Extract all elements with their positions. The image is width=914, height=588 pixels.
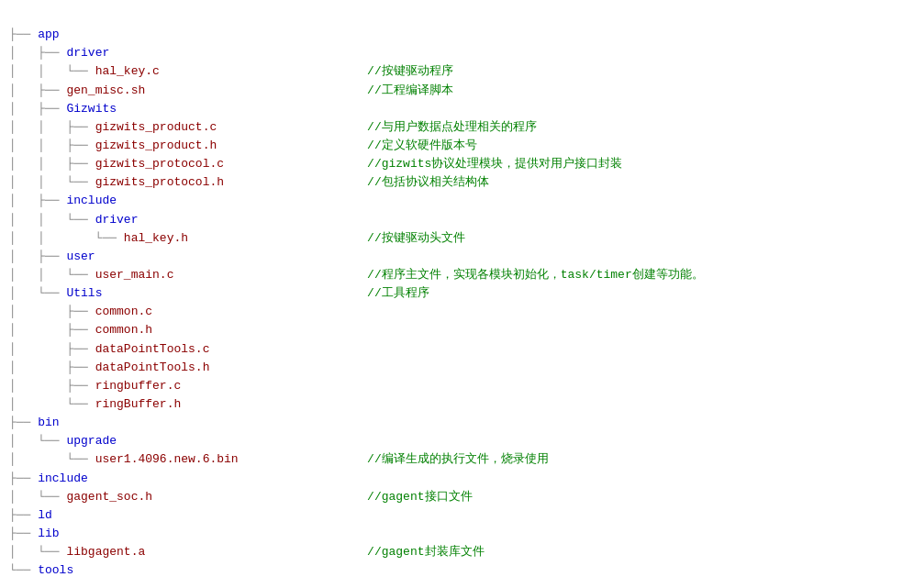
tree-prefix: │ │ └── <box>9 211 95 229</box>
tree-row: │ │ ├── gizwits_product.c //与用户数据点处理相关的程… <box>9 118 905 137</box>
tree-prefix: ├── <box>9 470 38 488</box>
tree-prefix: │ └── <box>9 395 95 414</box>
tree-prefix: │ │ ├── <box>9 118 95 137</box>
tree-item-name: common.h <box>95 321 152 339</box>
tree-row: │ └── user1.4096.new.6.bin //编译生成的执行文件，烧… <box>9 450 905 469</box>
tree-item-comment: //程序主文件，实现各模块初始化，task/timer创建等功能。 <box>367 266 704 284</box>
tree-prefix: │ ├── <box>9 303 95 321</box>
tree-row: │ ├── include <box>9 192 905 210</box>
comment-spacer <box>217 118 367 137</box>
tree-row: │ │ └── gizwits_protocol.h //包括协议相关结构体 <box>9 173 905 192</box>
tree-row: ├── lib <box>9 525 905 543</box>
tree-row: │ └── Utils //工具程序 <box>9 284 905 303</box>
tree-item-name: hal_key.h <box>124 229 188 248</box>
tree-item-comment: //按键驱动程序 <box>367 62 453 81</box>
tree-prefix: │ └── <box>9 543 66 561</box>
tree-item-name: gizwits_protocol.c <box>95 155 224 173</box>
tree-row: ├── app <box>9 26 905 44</box>
tree-item-name: lib <box>38 525 59 543</box>
tree-row: │ ├── gen_misc.sh //工程编译脚本 <box>9 82 905 100</box>
tree-prefix: │ ├── <box>9 192 66 210</box>
tree-item-name: driver <box>66 44 109 62</box>
tree-prefix: └── <box>9 561 38 580</box>
tree-prefix: │ │ ├── <box>9 137 95 155</box>
tree-prefix: │ └── <box>9 284 66 303</box>
tree-item-name: gagent_soc.h <box>66 488 152 506</box>
tree-item-name: gen_misc.sh <box>66 82 145 100</box>
tree-item-name: Gizwits <box>66 100 117 118</box>
tree-item-name: driver <box>95 211 139 229</box>
tree-item-name: gizwits_protocol.h <box>95 173 224 192</box>
tree-row: │ ├── ringbuffer.c <box>9 377 905 395</box>
tree-item-name: user <box>66 248 95 266</box>
tree-row: └── tools <box>9 561 905 580</box>
tree-item-comment: //按键驱动头文件 <box>367 229 465 248</box>
tree-item-comment: //gizwits协议处理模块，提供对用户接口封装 <box>367 155 622 173</box>
tree-prefix: ├── <box>9 525 38 543</box>
tree-item-name: gizwits_product.c <box>95 118 217 137</box>
tree-prefix: │ ├── <box>9 359 95 377</box>
comment-spacer <box>239 450 367 469</box>
tree-item-name: dataPointTools.c <box>95 340 210 359</box>
tree-item-comment: //工程编译脚本 <box>367 82 453 100</box>
comment-spacer <box>224 173 367 192</box>
tree-item-name: user_main.c <box>95 266 174 284</box>
tree-row: │ ├── dataPointTools.c <box>9 340 905 359</box>
tree-row: │ │ ├── gizwits_product.h //定义软硬件版本号 <box>9 137 905 155</box>
comment-spacer <box>145 82 367 100</box>
tree-prefix: │ ├── <box>9 377 95 395</box>
comment-spacer <box>173 266 367 284</box>
tree-row: │ │ └── hal_key.h //按键驱动头文件 <box>9 229 905 248</box>
tree-item-comment: //与用户数据点处理相关的程序 <box>367 118 537 137</box>
tree-row: │ └── libgagent.a //gagent封装库文件 <box>9 543 905 561</box>
tree-row: │ ├── driver <box>9 44 905 62</box>
tree-row: │ └── ringBuffer.h <box>9 395 905 414</box>
comment-spacer <box>188 229 367 248</box>
file-tree: ├── app│ ├── driver│ │ └── hal_key.c //按… <box>9 7 905 580</box>
tree-item-comment: //编译生成的执行文件，烧录使用 <box>367 450 549 469</box>
tree-item-comment: //gagent接口文件 <box>367 488 472 506</box>
tree-prefix: │ └── <box>9 450 95 469</box>
tree-row: ├── bin <box>9 414 905 432</box>
tree-item-name: common.c <box>95 303 152 321</box>
tree-prefix: │ └── <box>9 488 66 506</box>
tree-row: ├── ld <box>9 506 905 525</box>
tree-prefix: ├── <box>9 414 38 432</box>
tree-prefix: │ │ └── <box>9 229 124 248</box>
tree-row: │ └── upgrade <box>9 432 905 450</box>
tree-item-name: include <box>66 192 117 210</box>
tree-item-name: tools <box>38 561 73 580</box>
tree-row: ├── include <box>9 470 905 488</box>
tree-row: │ │ └── driver <box>9 211 905 229</box>
comment-spacer <box>160 62 367 81</box>
tree-item-comment: //gagent封装库文件 <box>367 543 484 561</box>
tree-item-name: gizwits_product.h <box>95 137 217 155</box>
tree-row: │ │ └── user_main.c //程序主文件，实现各模块初始化，tas… <box>9 266 905 284</box>
tree-item-name: ld <box>38 506 52 525</box>
comment-spacer <box>217 137 367 155</box>
tree-item-comment: //包括协议相关结构体 <box>367 173 489 192</box>
tree-prefix: │ ├── <box>9 100 66 118</box>
tree-row: │ ├── Gizwits <box>9 100 905 118</box>
tree-row: │ ├── common.h <box>9 321 905 339</box>
tree-item-name: ringBuffer.h <box>95 395 182 414</box>
tree-item-name: include <box>38 470 88 488</box>
tree-item-name: libgagent.a <box>66 543 145 561</box>
tree-row: │ ├── dataPointTools.h <box>9 359 905 377</box>
tree-prefix: │ │ └── <box>9 62 95 81</box>
comment-spacer <box>224 155 367 173</box>
tree-row: │ │ └── hal_key.c //按键驱动程序 <box>9 62 905 81</box>
tree-prefix: │ ├── <box>9 44 66 62</box>
tree-item-name: user1.4096.new.6.bin <box>95 450 239 469</box>
comment-spacer <box>152 488 367 506</box>
tree-item-name: Utils <box>66 284 102 303</box>
tree-item-comment: //定义软硬件版本号 <box>367 137 477 155</box>
tree-prefix: │ ├── <box>9 340 95 359</box>
tree-prefix: │ │ ├── <box>9 155 95 173</box>
tree-item-name: app <box>38 26 59 44</box>
comment-spacer <box>145 543 367 561</box>
tree-item-name: bin <box>38 414 59 432</box>
tree-prefix: │ ├── <box>9 321 95 339</box>
tree-prefix: │ └── <box>9 432 66 450</box>
tree-prefix: │ ├── <box>9 248 66 266</box>
